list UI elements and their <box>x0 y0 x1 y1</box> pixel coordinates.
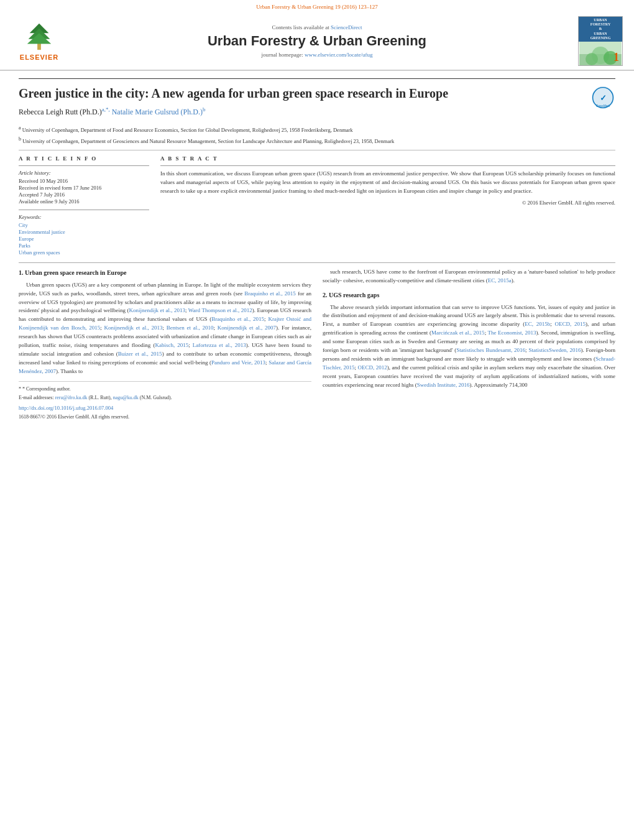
affil-a-super: a <box>19 125 21 131</box>
cite-bentsen[interactable]: Bentsen et al., 2010 <box>167 325 214 331</box>
email2-person: (N.M. Gulsrud). <box>140 395 172 400</box>
author1-super: a,*, <box>102 106 110 113</box>
affiliation-a: a University of Copenhagen, Department o… <box>19 124 615 134</box>
journal-citation: Urban Forestry & Urban Greening 19 (2016… <box>256 4 378 10</box>
keyword-parks[interactable]: Parks <box>19 242 149 249</box>
history-received: Received 10 May 2016 <box>19 178 149 184</box>
cite-kabisch[interactable]: Kabisch, 2015 <box>155 342 188 348</box>
abstract-text: In this short communication, we discuss … <box>160 170 615 196</box>
issn-line: 1618-8667/© 2016 Elsevier GmbH. All righ… <box>19 413 311 421</box>
elsevier-logo: ELSEVIER <box>20 21 58 61</box>
affiliation-b: b University of Copenhagen, Department o… <box>19 136 615 145</box>
right-logo-box: URBANFORESTRY&URBANGREENING 1 <box>578 16 623 66</box>
contents-line: Contents lists available at ScienceDirec… <box>73 24 561 30</box>
right-logo-number: 1 <box>613 51 619 64</box>
elsevier-logo-container: ELSEVIER <box>11 21 67 61</box>
section1-heading: Urban green space research in Europe <box>25 269 126 276</box>
article-title: Green justice in the city: A new agenda … <box>19 85 590 101</box>
cite-economist[interactable]: The Economist, 2013 <box>488 330 536 336</box>
journal-header: ELSEVIER Contents lists available at Sci… <box>0 11 634 71</box>
cite-oecd2012[interactable]: OECD, 2012 <box>358 364 387 371</box>
body-two-col: 1. Urban green space research in Europe … <box>19 268 615 421</box>
cite-ec2015a[interactable]: EC, 2015a <box>488 277 512 284</box>
author2-super: b <box>203 106 206 113</box>
history-accepted: Accepted 7 July 2016 <box>19 192 149 198</box>
cite-konijn3[interactable]: Konijnendijk et al., 2007 <box>218 325 276 331</box>
cite-ward-2012[interactable]: Ward Thompson et al., 2012 <box>188 307 252 313</box>
body-right-col: such research, UGS have come to the fore… <box>323 268 615 421</box>
crossmark-icon: ✓ CrossMark <box>590 85 615 110</box>
info-divider <box>19 165 149 166</box>
journal-center: Contents lists available at ScienceDirec… <box>67 24 567 58</box>
abstract-column: A B S T R A C T In this short communicat… <box>160 155 615 256</box>
email1-person: (R.L. Rutt), <box>88 395 111 400</box>
keywords-section: Keywords: City Environmental justice Eur… <box>19 214 149 256</box>
abstract-heading: A B S T R A C T <box>160 155 615 162</box>
svg-text:CrossMark: CrossMark <box>596 104 610 108</box>
elsevier-text: ELSEVIER <box>20 53 58 61</box>
crossmark-container[interactable]: ✓ CrossMark <box>590 85 615 111</box>
history-available: Available online 9 July 2016 <box>19 198 149 205</box>
svg-point-7 <box>586 53 598 65</box>
cite-marcin[interactable]: Marcińczak et al., 2015 <box>431 330 485 336</box>
doi-link[interactable]: http://dx.doi.org/10.1016/j.ufug.2016.07… <box>19 405 113 411</box>
keyword-europe[interactable]: Europe <box>19 236 149 242</box>
affil-a-text: University of Copenhagen, Department of … <box>22 127 353 133</box>
cite-braquinho2[interactable]: Braquinho et al., 2015 <box>211 316 264 322</box>
section2-heading: UGS research gaps <box>329 292 379 298</box>
journal-title: Urban Forestry & Urban Greening <box>73 33 561 49</box>
affil-b-super: b <box>19 136 21 142</box>
main-content: Green justice in the city: A new agenda … <box>0 71 634 427</box>
email2-link[interactable]: nagu@ku.dk <box>113 395 139 400</box>
footnote-corresponding: * * Corresponding author. <box>19 385 311 393</box>
footer-section: * * Corresponding author. E-mail address… <box>19 381 311 421</box>
author1-name: Rebecca Leigh Rutt (Ph.D.) <box>19 108 102 116</box>
keyword-city[interactable]: City <box>19 222 149 228</box>
email1-link[interactable]: reru@ifro.ku.dk <box>55 395 88 400</box>
section2-para1: The above research yields important info… <box>323 303 615 390</box>
body-left-col: 1. Urban green space research in Europe … <box>19 268 311 421</box>
footnote-email: E-mail addresses: reru@ifro.ku.dk (R.L. … <box>19 394 311 402</box>
cite-buizer[interactable]: Buizer et al., 2015 <box>118 351 162 357</box>
cite-braquinho-2015[interactable]: Braquinho et al., 2015 <box>244 290 296 297</box>
cite-salazar[interactable]: Salazar and García Menéndez, 2007 <box>19 359 311 374</box>
cite-statswe[interactable]: StatisticsSweden, 2016 <box>528 347 581 353</box>
article-info-heading: A R T I C L E I N F O <box>19 155 149 162</box>
footnote-star: * <box>19 386 21 392</box>
keyword-env-justice[interactable]: Environmental justice <box>19 229 149 235</box>
article-title-section: Green justice in the city: A new agenda … <box>19 78 615 121</box>
cite-oecd2015[interactable]: OECD, 2015 <box>554 321 585 327</box>
journal-url[interactable]: www.elsevier.com/locate/ufug <box>305 52 372 58</box>
abstract-divider <box>160 165 615 166</box>
section1-title: 1. Urban green space research in Europe <box>19 268 311 278</box>
cite-lafortezza[interactable]: Lafortezza et al., 2013 <box>193 342 246 348</box>
journal-logo-right: URBANFORESTRY&URBANGREENING 1 <box>567 16 623 66</box>
history-received-revised: Received in revised form 17 June 2016 <box>19 185 149 191</box>
sciencedirect-link[interactable]: ScienceDirect <box>331 24 362 30</box>
history-label: Article history: <box>19 170 149 176</box>
cite-statbund[interactable]: Statistisches Bundesamt, 2016 <box>456 347 525 353</box>
elsevier-tree-icon <box>21 21 58 52</box>
right-logo-image: 1 <box>579 42 622 65</box>
section2-title: 2. UGS research gaps <box>323 290 615 300</box>
cite-panduro[interactable]: Panduro and Veie, 2013 <box>211 359 265 366</box>
right-logo-top-text: URBANFORESTRY&URBANGREENING <box>579 17 622 42</box>
doi-line[interactable]: http://dx.doi.org/10.1016/j.ufug.2016.07… <box>19 404 311 412</box>
affiliations: a University of Copenhagen, Department o… <box>19 124 615 145</box>
cite-swedish-inst[interactable]: Swedish Institute, 2016 <box>417 382 470 388</box>
authors-line: Rebecca Leigh Rutt (Ph.D.)a,*, Natalie M… <box>19 106 590 117</box>
section1-number: 1. <box>19 269 24 276</box>
email-label: E-mail addresses: <box>19 395 54 400</box>
copyright-line: © 2016 Elsevier GmbH. All rights reserve… <box>160 200 615 206</box>
cite-konijn-2013[interactable]: Konijnendijk et al., 2013 <box>129 307 185 313</box>
top-citation-bar: Urban Forestry & Urban Greening 19 (2016… <box>0 0 634 11</box>
author2-name[interactable]: Natalie Marie Gulsrud (Ph.D.) <box>112 108 203 116</box>
keywords-divider <box>19 210 149 210</box>
cite-konijn2[interactable]: Konijnendijk et al., 2013 <box>104 325 162 331</box>
divider-1 <box>19 150 615 150</box>
article-info-column: A R T I C L E I N F O Article history: R… <box>19 155 149 256</box>
footnote-corresponding-text: * Corresponding author. <box>22 386 71 392</box>
cite-ec2015b[interactable]: EC, 2015b <box>525 321 550 327</box>
keyword-ugs[interactable]: Urban green spaces <box>19 249 149 256</box>
keywords-label: Keywords: <box>19 214 149 220</box>
